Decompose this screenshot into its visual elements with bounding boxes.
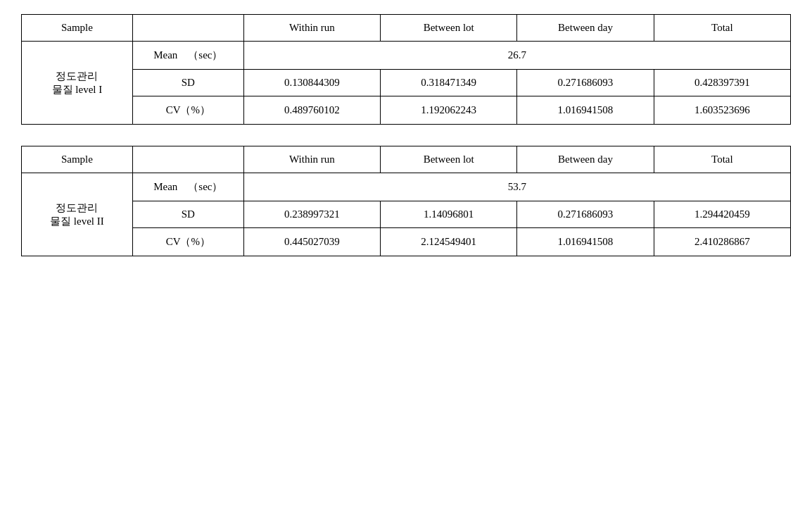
cv-between-day-1: 1.016941508 bbox=[517, 96, 654, 125]
col-between-lot-header-1: Between lot bbox=[381, 15, 517, 42]
cv-label-1: CV（%） bbox=[132, 96, 243, 125]
sd-label-1: SD bbox=[132, 70, 243, 96]
col-between-day-header-1: Between day bbox=[517, 15, 654, 42]
table-level-2: Sample Within run Between lot Between da… bbox=[21, 146, 791, 256]
table-level-1: Sample Within run Between lot Between da… bbox=[21, 14, 791, 125]
cv-between-lot-1: 1.192062243 bbox=[381, 96, 517, 125]
col-within-run-header-2: Within run bbox=[243, 146, 380, 173]
col-between-day-header-2: Between day bbox=[517, 146, 654, 173]
sd-between-lot-2: 1.14096801 bbox=[381, 201, 517, 228]
mean-row-1: 정도관리 물질 level I Mean （sec） 26.7 bbox=[22, 42, 791, 70]
sd-total-1: 0.428397391 bbox=[654, 70, 790, 96]
sample-name-cell-1: 정도관리 물질 level I bbox=[22, 42, 133, 125]
cv-between-lot-2: 2.124549401 bbox=[381, 228, 517, 256]
mean-value-2: 53.7 bbox=[243, 173, 790, 201]
col-sublabel-header-1 bbox=[132, 15, 243, 42]
mean-label-2: Mean （sec） bbox=[132, 173, 243, 201]
sample-name-line1-1: 정도관리 bbox=[56, 70, 98, 82]
cv-row-1: CV（%） 0.489760102 1.192062243 1.01694150… bbox=[22, 96, 791, 125]
mean-value-1: 26.7 bbox=[243, 42, 790, 70]
header-row-1: Sample Within run Between lot Between da… bbox=[22, 15, 791, 42]
sample-name-line2-1: 물질 level I bbox=[52, 84, 103, 95]
col-sublabel-header-2 bbox=[132, 146, 243, 173]
cv-total-1: 1.603523696 bbox=[654, 96, 790, 125]
sd-within-run-2: 0.238997321 bbox=[243, 201, 380, 228]
col-total-header-1: Total bbox=[654, 15, 790, 42]
col-between-lot-header-2: Between lot bbox=[381, 146, 517, 173]
sample-name-line1-2: 정도관리 bbox=[56, 202, 98, 213]
sd-between-day-1: 0.271686093 bbox=[517, 70, 654, 96]
col-sample-header-2: Sample bbox=[22, 146, 133, 173]
header-row-2: Sample Within run Between lot Between da… bbox=[22, 146, 791, 173]
cv-total-2: 2.410286867 bbox=[654, 228, 790, 256]
mean-label-1: Mean （sec） bbox=[132, 42, 243, 70]
sd-row-1: SD 0.130844309 0.318471349 0.271686093 0… bbox=[22, 70, 791, 96]
cv-row-2: CV（%） 0.445027039 2.124549401 1.01694150… bbox=[22, 228, 791, 256]
sd-within-run-1: 0.130844309 bbox=[243, 70, 380, 96]
mean-row-2: 정도관리 물질 level II Mean （sec） 53.7 bbox=[22, 173, 791, 201]
sd-label-2: SD bbox=[132, 201, 243, 228]
sample-name-cell-2: 정도관리 물질 level II bbox=[22, 173, 133, 256]
sample-name-line2-2: 물질 level II bbox=[50, 215, 104, 227]
sd-between-lot-1: 0.318471349 bbox=[381, 70, 517, 96]
tables-wrapper: Sample Within run Between lot Between da… bbox=[21, 14, 791, 256]
sd-between-day-2: 0.271686093 bbox=[517, 201, 654, 228]
cv-within-run-1: 0.489760102 bbox=[243, 96, 380, 125]
cv-label-2: CV（%） bbox=[132, 228, 243, 256]
col-within-run-header-1: Within run bbox=[243, 15, 380, 42]
cv-between-day-2: 1.016941508 bbox=[517, 228, 654, 256]
sd-total-2: 1.294420459 bbox=[654, 201, 790, 228]
col-total-header-2: Total bbox=[654, 146, 790, 173]
col-sample-header-1: Sample bbox=[22, 15, 133, 42]
sd-row-2: SD 0.238997321 1.14096801 0.271686093 1.… bbox=[22, 201, 791, 228]
cv-within-run-2: 0.445027039 bbox=[243, 228, 380, 256]
